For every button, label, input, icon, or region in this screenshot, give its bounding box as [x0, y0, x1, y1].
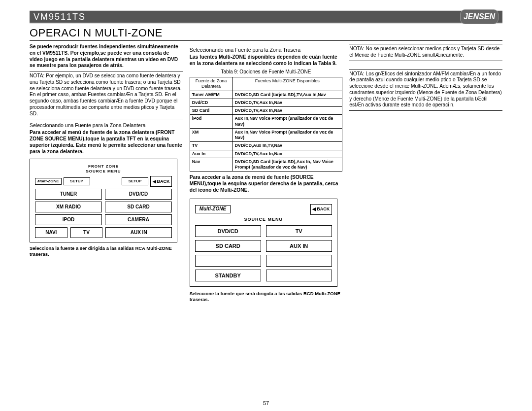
- rear-sd-button[interactable]: SD CARD: [195, 240, 261, 252]
- camera-button[interactable]: CAMERA: [105, 214, 172, 225]
- t9-r3-c0: iPod: [190, 115, 233, 129]
- t9-r4-c0: XM: [190, 128, 233, 142]
- setup-left-button[interactable]: SETUP: [64, 177, 90, 185]
- tv-button[interactable]: TV: [70, 227, 103, 238]
- rear-standby-button[interactable]: STANDBY: [195, 270, 261, 281]
- t9-r0-c1: DVD/CD,SD Card (tarjeta SD),TV,Aux In,Na…: [233, 91, 342, 99]
- xm-button[interactable]: XM RADIO: [35, 202, 102, 212]
- brand-logo: JENSEN: [460, 9, 499, 24]
- header-bar: VM9511TS JENSEN: [30, 10, 502, 24]
- rear-dvdcd-button[interactable]: DVD/CD: [195, 225, 261, 237]
- navi-button[interactable]: NAVI: [35, 227, 67, 238]
- front-zone-menu: FRONT ZONE SOURCE MENU Multi-ZONE SETUP …: [30, 159, 177, 242]
- rear-tv-button[interactable]: TV: [266, 225, 332, 237]
- t9-r5-c1: DVD/CD,Aux In,TV,Nav: [233, 142, 342, 150]
- sdcard-button[interactable]: SD CARD: [105, 202, 172, 212]
- t9-r1-c1: DVD/CD,TV,Aux In,Nav: [233, 99, 342, 106]
- table-9: Fuente de Zona Delantera Fuentes Multi-Z…: [190, 77, 343, 171]
- rear-caption: Seleccione la fuente que será dirigida a…: [190, 291, 343, 303]
- t9-r7-c0: Nav: [190, 158, 233, 171]
- rear-placeholder-2: [266, 255, 332, 267]
- rear-source-label: SOURCE MENU: [195, 217, 332, 222]
- dvdcd-button[interactable]: DVD/CD: [105, 189, 172, 200]
- rear-aux-button[interactable]: AUX IN: [266, 240, 332, 252]
- t9-r5-c0: TV: [190, 142, 233, 150]
- page-number: 57: [0, 400, 532, 406]
- front-menu-title1: FRONT ZONE: [35, 164, 172, 169]
- note-c3-1: NOTA: No se pueden seleccionar medios pt…: [349, 46, 502, 59]
- rear-access: Para acceder a la zona de menú de fuente…: [190, 174, 343, 193]
- rear-zone-menu: Multi-ZONE BACK SOURCE MENU DVD/CD TV SD…: [190, 199, 337, 287]
- front-access: Para acceder al menú de fuente de la zon…: [30, 130, 183, 155]
- back-button[interactable]: BACK: [150, 176, 172, 187]
- column-3: NOTA: No se pueden seleccionar medios pt…: [349, 44, 502, 305]
- ipod-button[interactable]: iPOD: [35, 214, 102, 225]
- t9-r0-c0: Tuner AM/FM: [190, 91, 233, 99]
- back-label: BACK: [157, 179, 170, 184]
- page-title: OPERACI N MULTI-ZONE: [30, 27, 502, 41]
- t9-r6-c0: Aux In: [190, 150, 233, 158]
- rear-placeholder-1: [195, 255, 261, 267]
- t9-r1-c0: Dvd/CD: [190, 99, 233, 106]
- t9-r6-c1: DVD/CD,TV,Aux In,Nav: [233, 150, 342, 158]
- auxin-button[interactable]: AUX IN: [105, 227, 172, 238]
- note-c3-2: NOTA: Los grÆficos del sintonizador AM/F…: [349, 71, 502, 109]
- rear-placeholder-3: [266, 270, 332, 281]
- th-left: Fuente de Zona Delantera: [190, 77, 233, 91]
- column-2: Seleccionando una Fuente para la Zona Tr…: [190, 44, 343, 305]
- mz-label[interactable]: Multi-ZONE: [195, 205, 231, 213]
- th-right: Fuentes Multi-ZONE Disponibles: [233, 77, 342, 91]
- table-caption: Tabla 9: Opciones de Fuente Multi-ZONE: [190, 69, 343, 75]
- front-subhead: Seleccionando una Fuente para la Zona De…: [30, 122, 183, 129]
- setup-right-button[interactable]: SETUP: [122, 177, 148, 185]
- rear-back-button[interactable]: BACK: [310, 204, 332, 215]
- t9-r3-c1: Aux In,Nav Voice Prompt (analizador de v…: [233, 115, 342, 129]
- intro-text: Se puede reproducir fuentes independient…: [30, 44, 183, 69]
- multizone-tab[interactable]: Multi-ZONE: [35, 178, 62, 185]
- front-caption: Selecciona la fuente a ser dirigida a la…: [30, 245, 183, 257]
- rear-intro: Las fuentes Multi-ZONE disponibles depen…: [190, 54, 343, 67]
- rear-subhead: Seleccionando una Fuente para la Zona Tr…: [190, 47, 343, 53]
- t9-r7-c1: DVD/CD,SD Card (tarjeta SD),Aux In, Nav …: [233, 158, 342, 171]
- column-1: Se puede reproducir fuentes independient…: [30, 44, 183, 305]
- front-menu-title2: SOURCE MENU: [35, 169, 172, 174]
- model-label: VM9511TS: [33, 10, 86, 24]
- tuner-button[interactable]: TUNER: [35, 189, 102, 200]
- t9-r4-c1: Aux In,Nav Voice Prompt (analizador de v…: [233, 128, 342, 142]
- t9-r2-c1: DVD/CD,TV,Aux In,Nav: [233, 107, 342, 115]
- note-1: NOTA: Por ejemplo, un DVD se selecciona …: [30, 73, 183, 117]
- rear-back-label: BACK: [317, 206, 330, 212]
- t9-r2-c0: SD Card: [190, 107, 233, 115]
